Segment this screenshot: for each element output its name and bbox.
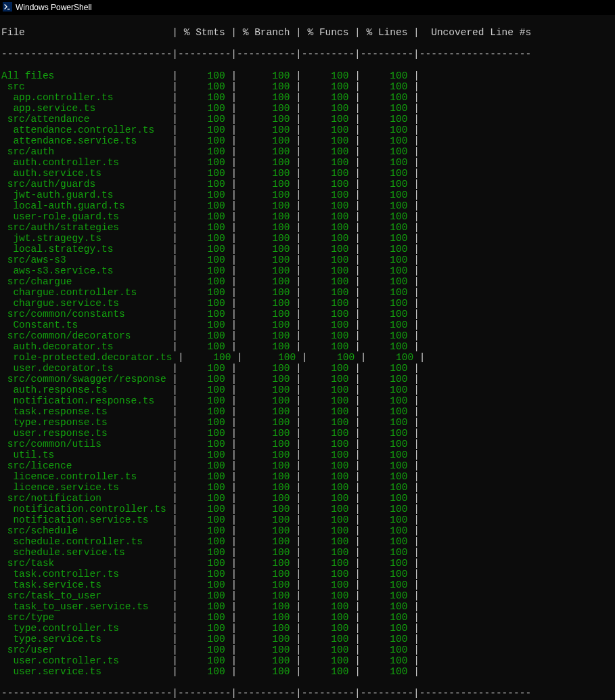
pct-stmts: 100: [178, 276, 231, 287]
column-separator: |: [172, 244, 178, 255]
uncovered-lines: [419, 125, 531, 135]
pct-funcs: 100: [302, 179, 355, 190]
column-separator: |: [413, 460, 419, 471]
pct-lines: 100: [361, 168, 413, 179]
coverage-row: src/task | 100 | 100 | 100 | 100 |: [1, 558, 614, 569]
uncovered-lines: [419, 341, 531, 352]
coverage-row: src/common/swagger/response | 100 | 100 …: [1, 374, 614, 385]
column-separator: |: [172, 341, 178, 352]
column-separator: |: [172, 92, 178, 103]
coverage-row: notification.service.ts | 100 | 100 | 10…: [1, 515, 614, 525]
coverage-header: File | % Stmts | % Branch | % Funcs | % …: [1, 27, 614, 38]
terminal-output[interactable]: File | % Stmts | % Branch | % Funcs | % …: [0, 15, 615, 700]
pct-funcs: 100: [302, 558, 355, 569]
coverage-row: attendance.controller.ts | 100 | 100 | 1…: [1, 125, 614, 135]
column-separator: |: [413, 330, 419, 341]
pct-stmts: 100: [178, 590, 231, 601]
column-separator: |: [296, 590, 302, 601]
pct-lines: 100: [361, 590, 413, 601]
file-name: app.service.ts: [1, 103, 172, 114]
pct-funcs: 100: [302, 92, 355, 103]
pct-stmts: 100: [178, 623, 231, 634]
pct-funcs: 100: [302, 341, 355, 352]
uncovered-lines: [419, 276, 531, 287]
pct-funcs: 100: [302, 439, 355, 450]
column-separator: |: [231, 244, 237, 255]
uncovered-lines: [419, 525, 531, 536]
column-separator: |: [296, 547, 302, 558]
pct-funcs: 100: [302, 363, 355, 374]
column-separator: |: [172, 309, 178, 320]
file-name: src/type: [1, 612, 172, 623]
column-separator: |: [296, 439, 302, 450]
pct-stmts: 100: [178, 222, 231, 233]
file-name: user.service.ts: [1, 666, 172, 677]
uncovered-lines: [419, 471, 531, 482]
uncovered-lines: [419, 590, 531, 601]
pct-funcs: 100: [302, 590, 355, 601]
pct-funcs: 100: [302, 103, 355, 114]
pct-funcs: 100: [302, 634, 355, 644]
window-titlebar[interactable]: Windows PowerShell: [0, 0, 615, 15]
column-separator: |: [355, 558, 361, 569]
column-separator: |: [172, 276, 178, 287]
column-separator: |: [231, 157, 237, 168]
column-separator: |: [413, 547, 419, 558]
uncovered-lines: [419, 255, 531, 265]
column-separator: |: [172, 146, 178, 157]
uncovered-lines: [419, 363, 531, 374]
column-separator: |: [231, 590, 237, 601]
column-separator: |: [231, 200, 237, 211]
pct-branch: 100: [237, 341, 296, 352]
column-separator: |: [172, 439, 178, 450]
pct-funcs: 100: [302, 114, 355, 125]
column-separator: |: [296, 363, 302, 374]
coverage-row: task_to_user.service.ts | 100 | 100 | 10…: [1, 601, 614, 612]
coverage-row: app.service.ts | 100 | 100 | 100 | 100 |: [1, 103, 614, 114]
column-separator: |: [296, 157, 302, 168]
column-separator: |: [413, 482, 419, 493]
pct-branch: 100: [237, 406, 296, 417]
column-separator: |: [355, 525, 361, 536]
column-separator: |: [296, 428, 302, 439]
column-separator: |: [413, 179, 419, 190]
pct-lines: 100: [361, 200, 413, 211]
coverage-row: src/user | 100 | 100 | 100 | 100 |: [1, 644, 614, 655]
uncovered-lines: [419, 644, 531, 655]
column-separator: |: [355, 590, 361, 601]
pct-branch: 100: [237, 590, 296, 601]
column-separator: |: [296, 211, 302, 222]
pct-funcs: 100: [302, 493, 355, 504]
file-name: src/common/swagger/response: [1, 374, 172, 385]
column-separator: |: [172, 320, 178, 330]
pct-stmts: 100: [178, 482, 231, 493]
pct-branch: 100: [237, 493, 296, 504]
column-separator: |: [231, 276, 237, 287]
column-separator: |: [172, 536, 178, 547]
file-name: src/auth: [1, 146, 172, 157]
coverage-row: notification.response.ts | 100 | 100 | 1…: [1, 395, 614, 406]
column-separator: |: [413, 276, 419, 287]
file-name: notification.service.ts: [1, 515, 172, 525]
pct-lines: 100: [361, 309, 413, 320]
column-separator: |: [413, 655, 419, 666]
pct-stmts: 100: [178, 460, 231, 471]
column-separator: |: [231, 601, 237, 612]
column-separator: |: [231, 135, 237, 146]
uncovered-lines: [419, 200, 531, 211]
pct-branch: 100: [237, 287, 296, 298]
pct-funcs: 100: [302, 579, 355, 590]
file-name: Constant.ts: [1, 320, 172, 330]
column-separator: |: [172, 601, 178, 612]
column-separator: |: [172, 157, 178, 168]
column-separator: |: [231, 125, 237, 135]
column-separator: |: [413, 255, 419, 265]
column-separator: |: [172, 255, 178, 265]
column-separator: |: [296, 244, 302, 255]
pct-funcs: 100: [302, 374, 355, 385]
column-separator: |: [296, 309, 302, 320]
pct-lines: 100: [361, 666, 413, 677]
uncovered-lines: [419, 157, 531, 168]
pct-stmts: 100: [178, 579, 231, 590]
file-name: src/common/decorators: [1, 330, 172, 341]
